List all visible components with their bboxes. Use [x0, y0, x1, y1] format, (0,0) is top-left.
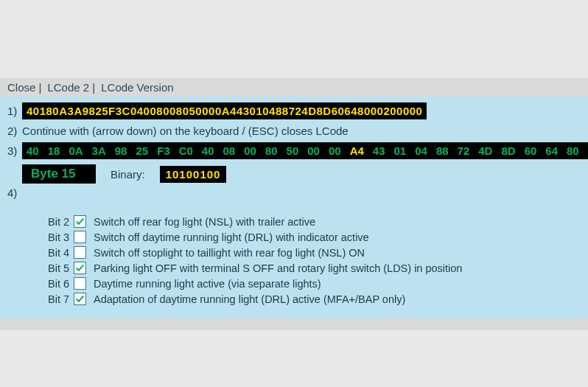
hex-byte[interactable]: 01 [394, 144, 407, 157]
menu-close[interactable]: Close | [7, 81, 41, 94]
hex-byte[interactable]: 40 [202, 144, 214, 157]
bit-label: Bit 7 [37, 293, 69, 305]
bit-checkbox[interactable] [74, 293, 86, 305]
hex-byte[interactable]: 00 [329, 144, 341, 157]
hex-byte[interactable]: A4 [350, 144, 364, 157]
bit-description: Switch off stoplight to taillight with r… [94, 247, 365, 259]
hex-byte[interactable]: 0A [69, 144, 83, 157]
bit-description: Switch off rear fog light (NSL) with tra… [94, 216, 315, 228]
hex-byte[interactable]: 00 [244, 144, 256, 157]
bottom-bar [0, 318, 588, 330]
bit-description: Switch off daytime running light (DRL) w… [94, 231, 369, 243]
bit-row: Bit 4Switch off stoplight to taillight w… [37, 246, 581, 259]
binary-label: Binary: [111, 168, 145, 181]
bit-label: Bit 4 [37, 247, 69, 259]
hex-byte[interactable]: 25 [136, 144, 148, 157]
bit-label: Bit 2 [37, 216, 69, 228]
bit-label: Bit 5 [37, 262, 69, 274]
bit-row: Bit 6Daytime running light active (via s… [37, 277, 581, 290]
hex-byte[interactable]: F3 [157, 144, 170, 157]
bit-description: Parking light OFF with terminal S OFF an… [94, 262, 462, 274]
hex-byte[interactable]: 60 [525, 144, 537, 157]
hex-byte[interactable]: 72 [458, 144, 470, 157]
bit-row: Bit 2Switch off rear fog light (NSL) wit… [37, 215, 581, 228]
hex-byte[interactable]: 50 [287, 144, 299, 157]
hex-byte[interactable]: 40 [27, 144, 39, 157]
bit-checkbox[interactable] [74, 277, 86, 290]
row-number-4: 4) [7, 186, 22, 199]
hex-byte[interactable]: 04 [415, 144, 427, 157]
hex-byte[interactable]: C0 [179, 144, 193, 157]
content-panel: 1) 40180A3A9825F3C04008008050000A4430104… [0, 97, 588, 318]
bit-row: Bit 3Switch off daytime running light (D… [37, 231, 581, 243]
bit-list: Bit 2Switch off rear fog light (NSL) wit… [37, 215, 581, 305]
row-number-1: 1) [7, 105, 22, 117]
menu-lcode2[interactable]: LCode 2 | [47, 81, 95, 94]
hex-byte[interactable]: 98 [115, 144, 127, 157]
menubar: Close | LCode 2 | LCode Version [0, 78, 588, 97]
bit-description: Adaptation of daytime running light (DRL… [94, 293, 405, 305]
bit-label: Bit 6 [37, 278, 69, 290]
hex-byte[interactable]: 88 [436, 144, 449, 157]
bit-checkbox[interactable] [74, 231, 86, 243]
hex-byte[interactable]: 43 [373, 144, 385, 157]
hex-byte[interactable]: 3A [92, 144, 106, 157]
menu-lcode-version[interactable]: LCode Version [101, 81, 173, 94]
hex-byte[interactable]: 08 [223, 144, 236, 157]
row-number-3: 3) [7, 144, 22, 157]
byte-indicator: Byte 15 [22, 164, 96, 184]
lcode-hex-string: 40180A3A9825F3C04008008050000A4430104887… [22, 102, 427, 119]
bit-row: Bit 7Adaptation of daytime running light… [37, 293, 581, 305]
bit-checkbox[interactable] [74, 246, 86, 259]
hex-byte[interactable]: 80 [567, 144, 579, 157]
instruction-text: Continue with (arrow down) on the keyboa… [22, 125, 349, 137]
hex-byte[interactable]: 18 [48, 144, 60, 157]
bit-label: Bit 3 [37, 231, 69, 243]
row-number-2: 2) [7, 125, 22, 137]
bit-row: Bit 5Parking light OFF with terminal S O… [37, 262, 581, 274]
binary-value: 10100100 [160, 166, 227, 183]
bit-checkbox[interactable] [74, 262, 86, 274]
hex-byte[interactable]: 4D [478, 144, 492, 157]
hex-byte[interactable]: 00 [307, 144, 320, 157]
hex-bytes-strip[interactable]: 40180A3A9825F3C040080080500000A443010488… [22, 142, 588, 159]
bit-description: Daytime running light active (via separa… [94, 278, 321, 290]
top-blank-area [0, 0, 588, 78]
hex-byte[interactable]: 64 [545, 144, 558, 157]
hex-byte[interactable]: 80 [265, 144, 278, 157]
hex-byte[interactable]: 8D [501, 144, 515, 157]
bit-checkbox[interactable] [74, 215, 86, 228]
